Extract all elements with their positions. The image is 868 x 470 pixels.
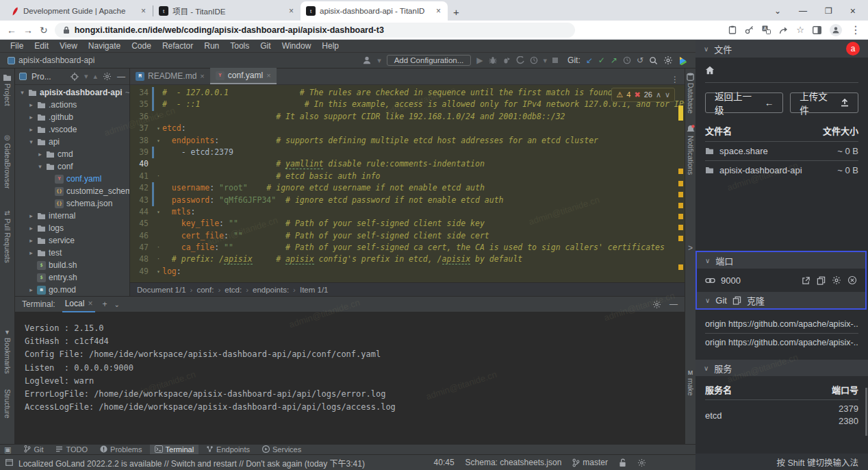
git-clone-section-header[interactable]: ∨ Git 克隆 — [697, 292, 865, 308]
locate-file-icon[interactable] — [71, 73, 79, 81]
menu-view[interactable]: View — [55, 41, 82, 51]
prev-issue-icon[interactable]: ∧ — [656, 89, 661, 101]
git-update-icon[interactable]: ↙ — [586, 55, 593, 65]
fold-marker[interactable]: ▾ — [155, 123, 162, 134]
tree-item-customizeschema[interactable]: {}customize_schema — [15, 185, 129, 197]
toolwindow-git[interactable]: Git — [19, 445, 48, 455]
tree-item-test[interactable]: ▸test — [15, 247, 129, 259]
event-log-icon[interactable] — [5, 459, 13, 466]
terminal-hide-icon[interactable]: — — [669, 299, 678, 309]
tree-chevron-icon[interactable]: ▸ — [28, 101, 34, 108]
settings-gear-icon[interactable] — [663, 55, 673, 65]
fold-marker[interactable]: ▾ — [155, 266, 162, 277]
plugin-play-icon[interactable] — [678, 56, 687, 65]
terminal-settings-icon[interactable] — [652, 300, 661, 309]
port-row[interactable]: 9000 — [697, 269, 865, 292]
terminal-tab-close-icon[interactable]: × — [88, 299, 92, 308]
git-commit-icon[interactable]: ✓ — [598, 55, 605, 65]
fold-marker[interactable]: ▾ — [155, 206, 162, 218]
rollback-icon[interactable]: ↺ — [637, 55, 643, 65]
breadcrumb-item[interactable]: Item 1/1 — [300, 286, 329, 294]
error-stripe-mark[interactable] — [678, 214, 683, 219]
reload-icon[interactable]: ↻ — [40, 25, 48, 36]
service-row[interactable]: etcd23792380 — [705, 403, 858, 428]
tree-chevron-icon[interactable]: ▸ — [28, 286, 34, 293]
port-settings-icon[interactable] — [832, 275, 841, 285]
fold-marker[interactable]: ▾ — [155, 135, 162, 147]
indexing-gear-icon[interactable] — [637, 458, 646, 467]
editor-options-icon[interactable]: ⋮ — [665, 75, 685, 84]
code-line[interactable]: 37▾etcd: — [130, 123, 685, 134]
code-line[interactable]: 49▾log: — [130, 266, 685, 277]
clipboard-icon[interactable] — [728, 25, 737, 34]
browser-tab[interactable]: tapisix-dashboard-api - TitanID× — [301, 1, 448, 21]
terminal-output[interactable]: Version : 2.15.0GitHash : c1cf4d4Config … — [15, 312, 685, 444]
tree-item-logs[interactable]: ▸logs — [15, 222, 129, 234]
run-icon[interactable]: ▶ — [476, 55, 483, 65]
project-name[interactable]: apisix-dashboard-api — [18, 55, 94, 65]
breadcrumb-item[interactable]: conf: — [196, 286, 214, 294]
tab-close-icon[interactable]: × — [140, 6, 147, 16]
tree-item-api[interactable]: ▾api — [15, 136, 129, 148]
caret-position[interactable]: 40:45 — [434, 458, 455, 467]
tree-item-.github[interactable]: ▸.github — [15, 111, 129, 123]
fold-marker[interactable]: · — [155, 253, 162, 265]
close-port-icon[interactable] — [847, 275, 857, 285]
user-dropdown-icon[interactable]: ▾ — [377, 56, 381, 65]
services-section-header[interactable]: ∨ 服务 — [695, 360, 868, 376]
tab-close-icon[interactable]: × — [435, 6, 442, 16]
code-line[interactable]: 48· # prefix: /apisix # apisix config's … — [130, 253, 685, 265]
tree-chevron-icon[interactable]: ▸ — [28, 237, 34, 244]
tab-search-icon[interactable]: ⌄ — [774, 6, 781, 16]
panel-scrollbar[interactable] — [865, 388, 867, 436]
code-line[interactable]: 46 cert_file: "" # Path of your self-sig… — [130, 230, 685, 242]
tool-strip-make[interactable]: make — [687, 378, 695, 396]
tool-strip-project[interactable]: Project — [3, 84, 12, 106]
menu-refactor[interactable]: Refactor — [157, 41, 198, 51]
new-terminal-icon[interactable]: + — [102, 299, 107, 309]
terminal-dropdown-icon[interactable]: ⌄ — [114, 301, 119, 308]
tool-strip-gideabrowser[interactable]: GideaBrowser — [3, 143, 12, 189]
copy-icon[interactable] — [817, 276, 826, 285]
code-area[interactable]: ⚠4 ✖26 ∧ ∨ 34# - 127.0.0.1 # The rules a… — [130, 85, 685, 282]
hide-panel-icon[interactable]: — — [117, 72, 125, 82]
close-icon[interactable]: × — [850, 5, 856, 16]
tool-strip-database[interactable]: Database — [687, 83, 695, 114]
tool-window-switcher-icon[interactable]: ▣ — [4, 445, 11, 454]
code-line[interactable]: 43 password: "qMf6GJFP34" # ignore etcd … — [130, 195, 685, 206]
tree-chevron-icon[interactable]: ▾ — [28, 138, 34, 145]
browser-tab[interactable]: t项目 - TitanIDE× — [153, 1, 301, 21]
tree-item-internal[interactable]: ▸internal — [15, 210, 129, 222]
error-stripe-mark[interactable] — [678, 264, 683, 270]
tree-item-schema.json[interactable]: {}schema.json — [15, 197, 129, 210]
ports-section-header[interactable]: ∨ 端口 — [697, 252, 865, 269]
stop-icon[interactable] — [552, 58, 558, 63]
error-stripe-mark[interactable] — [678, 169, 683, 174]
code-line[interactable]: 44▾ mtls: — [130, 206, 685, 218]
editor-tab-README.md[interactable]: MREADME.md× — [130, 68, 210, 84]
user-icon[interactable] — [362, 55, 372, 65]
tool-strip-structure[interactable]: Structure — [3, 389, 12, 419]
url-field[interactable]: hongxi.titanide.cn/ide/web/coding/apisix… — [55, 23, 575, 38]
code-line[interactable]: 41· # etcd basic auth info — [130, 171, 685, 182]
maximize-icon[interactable]: ❐ — [825, 6, 832, 16]
history-icon[interactable] — [623, 56, 631, 64]
menu-code[interactable]: Code — [127, 41, 156, 51]
status-message[interactable]: Localized GoLand 2022.2.2 is available /… — [18, 457, 365, 469]
tree-item-apisix-dashboard-api[interactable]: ▾apisix-dashboard-api ~/ — [15, 86, 129, 99]
tree-chevron-icon[interactable]: ▾ — [37, 163, 43, 170]
menu-run[interactable]: Run — [199, 41, 224, 51]
minimize-icon[interactable]: — — [799, 6, 807, 16]
menu-tools[interactable]: Tools — [225, 41, 254, 51]
run-dropdown-icon[interactable]: ▾ — [544, 56, 548, 65]
file-row[interactable]: space.share~ 0 B — [705, 142, 858, 160]
menu-help[interactable]: Help — [317, 41, 344, 51]
toolwindow-todo[interactable]: TODO — [51, 445, 92, 455]
tree-item-entry.sh[interactable]: $entry.sh — [15, 271, 129, 284]
tree-chevron-icon[interactable]: ▸ — [28, 114, 34, 121]
toolwindow-problems[interactable]: Problems — [95, 445, 146, 455]
error-stripe-mark[interactable] — [678, 192, 683, 197]
collapse-chevron-icon[interactable]: ∨ — [705, 297, 710, 304]
tree-chevron-icon[interactable]: ▸ — [28, 212, 34, 219]
password-key-icon[interactable] — [745, 25, 754, 34]
